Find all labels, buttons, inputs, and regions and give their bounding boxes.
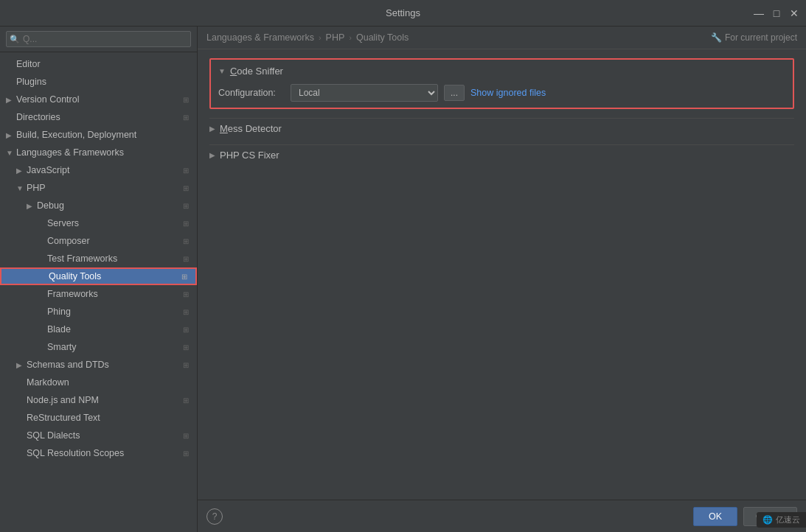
sidebar-item-label: Schemas and DTDs	[27, 360, 181, 370]
maximize-button[interactable]: □	[771, 7, 782, 19]
right-panel: Languages & Frameworks › PHP › Quality T…	[198, 27, 806, 532]
settings-icon: ⊞	[181, 218, 191, 228]
breadcrumb-project: 🔧 For current project	[711, 32, 797, 43]
sidebar-item-sql-dialects[interactable]: SQL Dialects ⊞	[0, 427, 197, 444]
sidebar-item-label: Languages & Frameworks	[16, 147, 191, 158]
sidebar-item-quality-tools[interactable]: Quality Tools ⊞	[0, 267, 197, 285]
sidebar: 🔍 Editor Plugins ▶ Version Con	[0, 27, 198, 532]
show-ignored-files-link[interactable]: Show ignored files	[470, 88, 546, 98]
sidebar-item-blade[interactable]: Blade ⊞	[0, 321, 197, 338]
settings-icon: ⊞	[181, 342, 191, 352]
section-expand-icon: ▶	[209, 151, 215, 159]
mess-detector-title: Mess Detector	[220, 123, 282, 134]
sidebar-item-smarty[interactable]: Smarty ⊞	[0, 338, 197, 356]
settings-icon: ⊞	[181, 200, 191, 211]
php-cs-fixer-title: PHP CS Fixer	[220, 150, 279, 161]
section-expand-icon: ▼	[218, 67, 226, 75]
sidebar-item-directories[interactable]: Directories ⊞	[0, 108, 197, 126]
code-sniffer-title: Code Sniffer	[230, 66, 283, 77]
sidebar-item-label: Smarty	[47, 342, 181, 352]
sidebar-item-restructured-text[interactable]: ReStructured Text	[0, 409, 197, 427]
sidebar-item-label: Test Frameworks	[47, 253, 181, 264]
sidebar-item-label: Editor	[16, 59, 191, 69]
arrow-icon: ▶	[16, 361, 27, 369]
breadcrumb-separator: ›	[319, 33, 322, 42]
settings-window: Settings — □ ✕ 🔍 Editor	[0, 0, 806, 532]
sidebar-item-javascript[interactable]: ▶ JavaScript ⊞	[0, 161, 197, 179]
config-label: Configuration:	[218, 88, 285, 98]
settings-icon: ⊞	[181, 165, 191, 175]
sidebar-item-label: Composer	[47, 236, 181, 246]
breadcrumb: Languages & Frameworks › PHP › Quality T…	[198, 27, 806, 49]
section-expand-icon: ▶	[209, 125, 215, 133]
sidebar-item-servers[interactable]: Servers ⊞	[0, 214, 197, 232]
sidebar-item-sql-resolution-scopes[interactable]: SQL Resolution Scopes ⊞	[0, 444, 197, 462]
sidebar-item-frameworks[interactable]: Frameworks ⊞	[0, 285, 197, 303]
search-input[interactable]	[6, 31, 191, 47]
settings-icon: ⊞	[181, 307, 191, 317]
settings-icon: ⊞	[181, 360, 191, 370]
php-cs-fixer-section: ▶ PHP CS Fixer	[209, 144, 794, 165]
window-controls: — □ ✕	[753, 7, 800, 19]
window-title: Settings	[386, 7, 420, 18]
sidebar-item-nodejs-npm[interactable]: Node.js and NPM ⊞	[0, 391, 197, 409]
arrow-icon: ▶	[6, 96, 16, 104]
settings-icon: ⊞	[179, 271, 190, 281]
sidebar-item-build-exec-deploy[interactable]: ▶ Build, Execution, Deployment	[0, 126, 197, 144]
sidebar-item-label: SQL Resolution Scopes	[27, 448, 181, 458]
sidebar-item-editor[interactable]: Editor	[0, 55, 197, 73]
sidebar-item-label: Markdown	[27, 377, 191, 388]
sidebar-item-debug[interactable]: ▶ Debug ⊞	[0, 197, 197, 214]
help-button[interactable]: ?	[206, 508, 223, 525]
config-select[interactable]: Local	[291, 84, 438, 102]
watermark-icon: 🌐	[762, 515, 773, 525]
sidebar-item-label: PHP	[27, 183, 181, 193]
breadcrumb-php: PHP	[326, 32, 345, 43]
settings-icon: ⊞	[181, 112, 191, 122]
settings-icon: ⊞	[181, 236, 191, 246]
sidebar-item-label: Build, Execution, Deployment	[16, 130, 191, 140]
ok-button[interactable]: OK	[693, 507, 737, 526]
sidebar-item-label: Frameworks	[47, 289, 181, 299]
sidebar-item-label: JavaScript	[27, 165, 181, 175]
arrow-icon: ▼	[6, 149, 16, 157]
sidebar-item-markdown[interactable]: Markdown	[0, 374, 197, 391]
browse-button[interactable]: ...	[444, 85, 465, 101]
sidebar-item-label: Phing	[47, 307, 181, 317]
close-button[interactable]: ✕	[788, 7, 800, 19]
settings-icon: ⊞	[181, 324, 191, 335]
breadcrumb-quality-tools: Quality Tools	[356, 32, 409, 43]
php-cs-fixer-header[interactable]: ▶ PHP CS Fixer	[209, 144, 794, 165]
mess-detector-header[interactable]: ▶ Mess Detector	[209, 118, 794, 139]
sidebar-item-phing[interactable]: Phing ⊞	[0, 303, 197, 321]
settings-icon: ⊞	[181, 448, 191, 458]
sidebar-item-schemas-dtds[interactable]: ▶ Schemas and DTDs ⊞	[0, 356, 197, 374]
sidebar-item-php[interactable]: ▼ PHP ⊞	[0, 179, 197, 197]
main-content: 🔍 Editor Plugins ▶ Version Con	[0, 27, 806, 532]
settings-icon: ⊞	[181, 430, 191, 441]
search-icon: 🔍	[10, 35, 20, 44]
breadcrumb-separator: ›	[349, 33, 352, 42]
sidebar-item-version-control[interactable]: ▶ Version Control ⊞	[0, 91, 197, 108]
arrow-icon: ▶	[16, 167, 27, 175]
title-bar: Settings — □ ✕	[0, 0, 806, 27]
sidebar-item-test-frameworks[interactable]: Test Frameworks ⊞	[0, 250, 197, 267]
watermark: 🌐 亿速云	[757, 512, 806, 528]
arrow-icon: ▶	[27, 202, 37, 210]
minimize-button[interactable]: —	[753, 7, 765, 19]
config-row: Configuration: Local ... Show ignored fi…	[218, 84, 785, 102]
sidebar-item-composer[interactable]: Composer ⊞	[0, 232, 197, 250]
code-sniffer-header[interactable]: ▼ Code Sniffer	[218, 66, 785, 77]
mess-detector-section: ▶ Mess Detector	[209, 118, 794, 139]
arrow-icon: ▶	[6, 131, 16, 139]
search-wrapper: 🔍	[6, 31, 191, 47]
sidebar-item-label: Servers	[47, 218, 181, 228]
breadcrumb-languages-frameworks: Languages & Frameworks	[206, 32, 314, 43]
settings-area: ▼ Code Sniffer Configuration: Local ... …	[198, 49, 806, 500]
project-icon: 🔧	[711, 32, 722, 43]
sidebar-item-label: Node.js and NPM	[27, 395, 181, 405]
search-box: 🔍	[0, 27, 197, 52]
sidebar-item-languages-frameworks[interactable]: ▼ Languages & Frameworks	[0, 144, 197, 161]
sidebar-item-plugins[interactable]: Plugins	[0, 73, 197, 91]
breadcrumb-project-label: For current project	[725, 32, 797, 43]
